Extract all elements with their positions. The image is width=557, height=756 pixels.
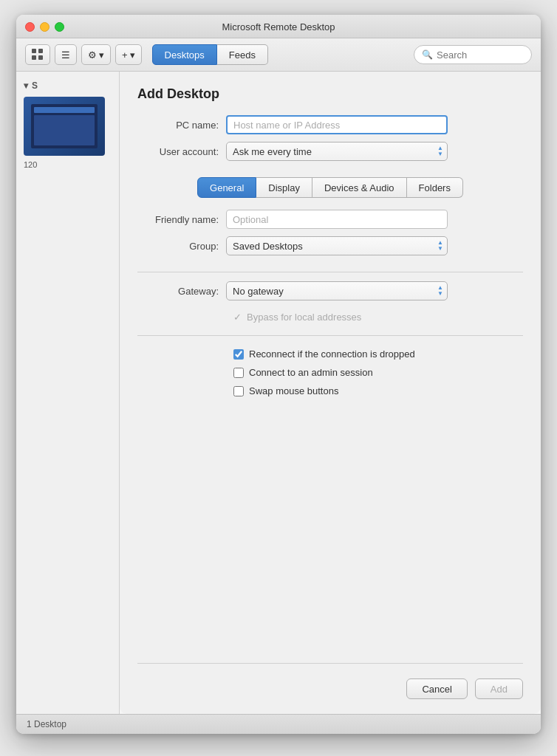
thumb-bar: [34, 107, 95, 113]
separator-1: [137, 272, 523, 272]
group-row: Group: Saved Desktops ▲ ▼: [137, 236, 523, 255]
traffic-lights: [25, 22, 64, 32]
friendly-name-row: Friendly name:: [137, 210, 523, 229]
reconnect-checkbox[interactable]: [233, 349, 244, 360]
swap-mouse-label: Swap mouse buttons: [249, 385, 338, 396]
cancel-button[interactable]: Cancel: [406, 678, 467, 699]
status-text: 1 Desktop: [27, 719, 66, 729]
sidebar-section-label: S: [32, 80, 38, 91]
swap-mouse-checkbox[interactable]: [233, 386, 244, 396]
grid-view-button[interactable]: [25, 44, 50, 65]
sidebar-thumbnail[interactable]: [24, 97, 105, 156]
nav-tabs: Desktops Feeds: [152, 44, 268, 65]
bypass-checkmark-icon: ✓: [233, 312, 242, 323]
thumb-content: [34, 115, 95, 145]
reconnect-label: Reconnect if the connection is dropped: [249, 348, 415, 360]
inner-tabs: General Display Devices & Audio Folders: [137, 177, 523, 198]
gateway-select[interactable]: No gateway: [226, 281, 448, 300]
group-select[interactable]: Saved Desktops: [226, 236, 448, 255]
minimize-button[interactable]: [40, 22, 49, 32]
bypass-label: Bypass for local addresses: [247, 312, 361, 323]
user-account-select[interactable]: Ask me every time: [226, 142, 448, 161]
reconnect-row: Reconnect if the connection is dropped: [137, 348, 523, 360]
gateway-row: Gateway: No gateway ▲ ▼: [137, 281, 523, 300]
maximize-button[interactable]: [55, 22, 64, 32]
list-icon: ☰: [61, 49, 70, 61]
gear-chevron-icon: ▾: [99, 49, 104, 61]
user-account-select-wrapper: Ask me every time ▲ ▼: [226, 142, 448, 161]
gear-icon: ⚙: [88, 49, 97, 61]
chevron-down-icon: ▾: [24, 80, 28, 91]
sidebar-item-number: 120: [16, 159, 119, 171]
pc-name-row: PC name:: [137, 115, 523, 134]
tab-general[interactable]: General: [197, 177, 256, 198]
content-area: ▾ S 120 Add Desktop PC name:: [16, 72, 541, 714]
group-label: Group:: [137, 241, 226, 252]
search-input[interactable]: [437, 49, 524, 61]
gateway-select-wrapper: No gateway ▲ ▼: [226, 281, 448, 300]
bypass-row: ✓ Bypass for local addresses: [137, 312, 523, 323]
status-bar: 1 Desktop: [16, 714, 541, 734]
tab-display[interactable]: Display: [256, 177, 312, 198]
add-chevron-icon: ▾: [130, 49, 135, 61]
grid-icon: [32, 49, 44, 61]
search-icon: 🔍: [422, 49, 433, 60]
admin-session-row: Connect to an admin session: [137, 367, 523, 378]
app-window: Microsoft Remote Desktop ☰ ⚙ ▾ + ▾ Deskt…: [16, 15, 541, 734]
toolbar: ☰ ⚙ ▾ + ▾ Desktops Feeds 🔍: [16, 38, 541, 72]
search-field[interactable]: 🔍: [414, 45, 532, 64]
plus-icon: +: [122, 49, 128, 61]
tab-folders[interactable]: Folders: [407, 177, 463, 198]
title-bar: Microsoft Remote Desktop: [16, 15, 541, 38]
friendly-name-label: Friendly name:: [137, 214, 226, 225]
list-view-button[interactable]: ☰: [55, 44, 77, 65]
main-content: Add Desktop PC name: User account: Ask m…: [120, 72, 541, 714]
sidebar: ▾ S 120: [16, 72, 120, 714]
tab-devices-audio[interactable]: Devices & Audio: [312, 177, 407, 198]
close-button[interactable]: [25, 22, 35, 32]
dialog-title: Add Desktop: [137, 86, 523, 102]
sidebar-section-header: ▾ S: [16, 78, 119, 94]
pc-name-label: PC name:: [137, 120, 226, 131]
separator-2: [137, 335, 523, 336]
thumbnail-screen: [31, 104, 98, 148]
admin-session-label: Connect to an admin session: [249, 367, 373, 378]
add-desktop-dialog: Add Desktop PC name: User account: Ask m…: [120, 72, 541, 714]
add-button[interactable]: Add: [475, 678, 523, 699]
gateway-label: Gateway:: [137, 286, 226, 297]
pc-name-input[interactable]: [226, 115, 448, 134]
user-account-row: User account: Ask me every time ▲ ▼: [137, 142, 523, 161]
group-select-wrapper: Saved Desktops ▲ ▼: [226, 236, 448, 255]
user-account-label: User account:: [137, 146, 226, 157]
swap-mouse-row: Swap mouse buttons: [137, 385, 523, 396]
gear-button[interactable]: ⚙ ▾: [81, 44, 111, 65]
tab-feeds[interactable]: Feeds: [217, 44, 268, 65]
admin-session-checkbox[interactable]: [233, 368, 244, 378]
add-button[interactable]: + ▾: [115, 44, 142, 65]
tab-desktops[interactable]: Desktops: [152, 44, 217, 65]
dialog-footer: Cancel Add: [137, 663, 523, 699]
friendly-name-input[interactable]: [226, 210, 448, 229]
window-title: Microsoft Remote Desktop: [222, 21, 335, 32]
